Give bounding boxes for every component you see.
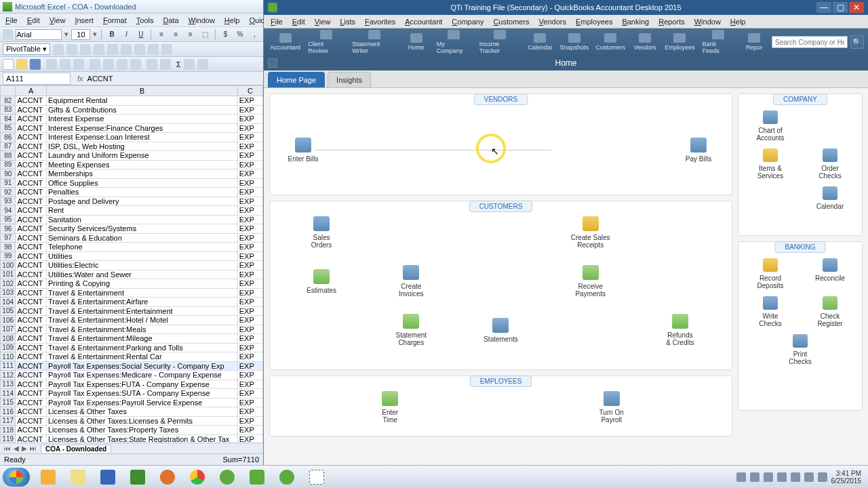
undo-icon[interactable] [146,59,157,70]
iconbar-client-review[interactable]: Client Review [305,28,347,56]
pivottable-dropdown[interactable]: PivotTable ▾ [3,43,50,55]
cell[interactable]: ACCNT [16,361,47,371]
cell[interactable]: Equipment Rental [46,96,237,106]
cell[interactable]: EXP [237,233,262,243]
toolbar-icon[interactable] [161,44,172,55]
col-header-B[interactable]: B [46,86,237,96]
sheet-nav-last-icon[interactable]: ⏭ [28,445,38,452]
cell[interactable]: EXP [237,434,262,443]
cell[interactable]: Licenses & Other Taxes:State Registratio… [46,434,237,443]
format-painter-icon[interactable] [130,59,141,70]
cell[interactable]: Travel & Entertainment [46,288,237,298]
cell[interactable]: Penalties [46,188,237,197]
autosum-icon[interactable]: Σ [176,60,181,68]
formula-input[interactable]: ACCNT [87,75,113,83]
cell[interactable]: ACCNT [16,178,47,188]
font-name-input[interactable] [16,29,62,40]
sheet-nav-first-icon[interactable]: ⏮ [3,445,12,452]
taskbar-chrome[interactable] [183,468,212,487]
cell[interactable]: ACCNT [16,279,47,289]
cell[interactable]: Licenses & Other Taxes:Property Taxes [46,426,237,435]
tray-icon[interactable] [764,472,773,482]
cell[interactable]: Sanitation [46,215,237,224]
excel-menu-file[interactable]: File [1,15,22,26]
sub-back-button[interactable] [268,58,277,68]
order-checks-item[interactable]: Order Checks [804,148,856,180]
table-row[interactable]: 110ACCNTTravel & Entertainment:Rental Ca… [1,352,263,362]
preview-icon[interactable] [60,59,71,70]
row-header[interactable]: 102 [1,279,16,289]
cell[interactable]: EXP [237,115,262,124]
table-row[interactable]: 94ACCNTRentEXP [1,206,263,216]
excel-menu-view[interactable]: View [45,15,70,26]
taskbar-quickbooks-3[interactable] [273,468,301,487]
cell[interactable]: Payroll Tax Expenses:FUTA - Company Expe… [46,380,237,389]
cell[interactable]: Memberships [46,169,237,179]
row-header[interactable]: 98 [1,243,16,252]
cell[interactable]: Interest Expense:Finance Charges [46,123,237,133]
taskbar-firefox[interactable] [153,468,182,487]
toolbar-icon[interactable] [121,44,132,55]
cell[interactable]: EXP [237,188,262,197]
col-header-A[interactable]: A [16,86,47,96]
copy-icon[interactable] [103,59,114,70]
cell[interactable]: ACCNT [16,288,47,298]
cell[interactable]: EXP [237,371,262,380]
cell[interactable]: ACCNT [16,371,47,380]
table-row[interactable]: 106ACCNTTravel & Entertainment:Hotel / M… [1,316,263,325]
cell[interactable]: Interest Expense:Loan Interest [46,133,237,142]
table-row[interactable]: 92ACCNTPenaltiesEXP [1,188,263,197]
iconbar-statement-writer[interactable]: Statement Writer [349,28,399,56]
cell[interactable]: ACCNT [16,233,47,243]
col-header-row[interactable] [1,86,16,96]
cell[interactable]: ACCNT [16,251,47,261]
sheet-tab[interactable]: COA - Downloaded [41,445,111,453]
table-row[interactable]: 100ACCNTUtilities:ElectricEXP [1,261,263,270]
font-size-input[interactable] [71,29,90,40]
iconbar-repor[interactable]: Repor [739,32,769,52]
excel-menu-tools[interactable]: Tools [132,15,158,26]
statements-node[interactable]: Statements [477,318,524,343]
cell[interactable]: EXP [237,224,262,234]
excel-menu-data[interactable]: Data [159,15,182,26]
new-icon[interactable] [3,59,14,70]
currency-icon[interactable]: $ [220,28,231,41]
table-row[interactable]: 105ACCNTTravel & Entertainment:Entertain… [1,306,263,316]
cell[interactable]: ACCNT [16,306,47,316]
table-row[interactable]: 109ACCNTTravel & Entertainment:Parking a… [1,343,263,352]
cell[interactable]: EXP [237,270,262,279]
table-row[interactable]: 115ACCNTPayroll Tax Expenses:Payroll Ser… [1,398,263,407]
check-register-item[interactable]: Check Register [804,296,856,327]
cell[interactable]: EXP [237,96,262,106]
cell[interactable]: Laundry and Uniform Expense [46,151,237,161]
table-row[interactable]: 96ACCNTSecurity Services/SystemsEXP [1,224,263,234]
row-header[interactable]: 107 [1,325,16,334]
taskbar-excel[interactable] [123,468,152,487]
qb-menu-file[interactable]: File [267,16,287,27]
tray-icon[interactable] [791,472,800,482]
iconbar-snapshots[interactable]: Snapshots [557,32,591,52]
table-row[interactable]: 97ACCNTSeminars & EducationEXP [1,233,263,243]
sort-desc-icon[interactable] [197,59,208,70]
align-right-icon[interactable]: ≡ [184,28,196,41]
cell[interactable]: Security Services/Systems [46,224,237,234]
row-header[interactable]: 115 [1,398,16,407]
tray-volume-icon[interactable] [818,472,827,482]
table-row[interactable]: 118ACCNTLicenses & Other Taxes:Property … [1,426,263,435]
cell[interactable]: EXP [237,380,262,389]
excel-menu-insert[interactable]: Insert [71,15,98,26]
excel-menu-format[interactable]: Format [99,15,131,26]
table-row[interactable]: 86ACCNTInterest Expense:Loan InterestEXP [1,133,263,142]
row-header[interactable]: 101 [1,270,16,279]
cell[interactable]: ACCNT [16,243,47,252]
cell[interactable]: ACCNT [16,188,47,197]
cell[interactable]: EXP [237,352,262,362]
sheet-nav-prev-icon[interactable]: ◀ [12,445,20,452]
cell[interactable]: ACCNT [16,334,47,344]
pay-bills-node[interactable]: Pay Bills [675,138,722,163]
cell[interactable]: ACCNT [16,142,47,151]
create-invoices-node[interactable]: Create Invoices [387,265,435,298]
cell[interactable]: EXP [237,389,262,399]
cell[interactable]: ACCNT [16,215,47,224]
toolbar-icon[interactable] [148,44,159,55]
